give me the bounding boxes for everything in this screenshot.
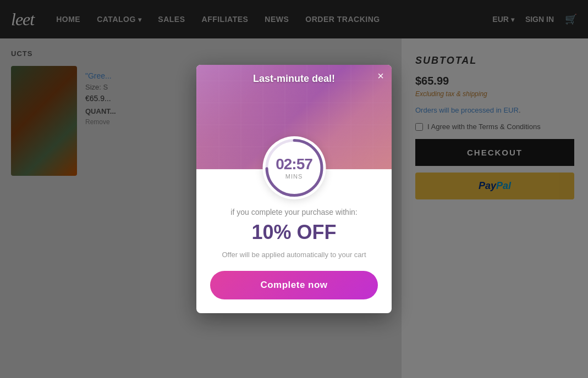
timer-container: 02:57 MINS	[262, 136, 326, 199]
modal-if-text: if you complete your purchase within:	[210, 208, 378, 216]
modal-deal-text: Last-minute deal!	[253, 73, 335, 85]
modal-close-button[interactable]: ×	[377, 70, 384, 81]
modal-discount: 10% OFF	[210, 221, 378, 244]
modal-header: Last-minute deal! × 02:57 MINS	[196, 65, 392, 169]
timer-unit: MINS	[285, 173, 303, 180]
modal: Last-minute deal! × 02:57 MINS i	[196, 65, 392, 314]
modal-overlay[interactable]: Last-minute deal! × 02:57 MINS i	[0, 0, 588, 378]
timer-circle: 02:57 MINS	[262, 136, 326, 199]
timer-display: 02:57	[276, 155, 312, 173]
modal-cta-button[interactable]: Complete now	[210, 271, 378, 299]
modal-auto-text: Offer will be applied automatically to y…	[210, 249, 378, 260]
